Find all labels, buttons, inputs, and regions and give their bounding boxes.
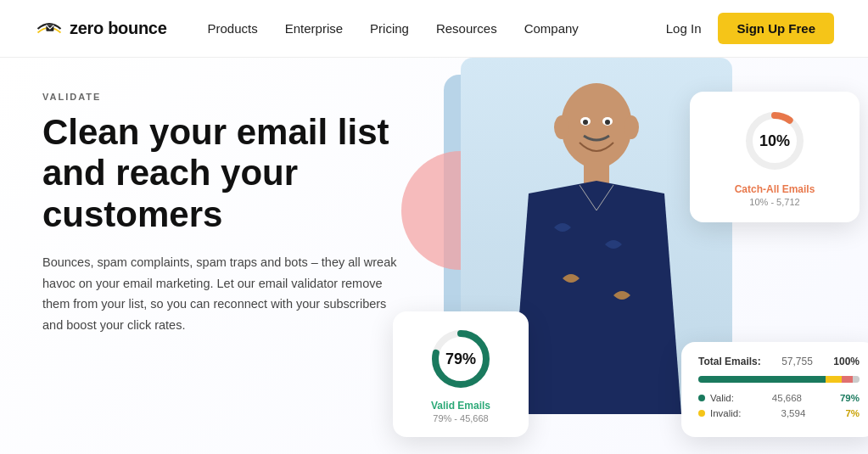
breakdown-total: 57,755 xyxy=(781,356,813,367)
breakdown-card: Total Emails: 57,755 100% Valid: 45,668 … xyxy=(681,342,868,437)
hero-section: VALIDATE Clean your email list and reach… xyxy=(0,58,868,454)
row-valid-pct: 79% xyxy=(840,393,860,403)
catchall-sub: 10% - 5,712 xyxy=(710,197,839,207)
bar-catchall xyxy=(826,376,842,383)
catchall-percent: 10% xyxy=(759,132,790,150)
valid-percent: 79% xyxy=(445,350,476,368)
nav-enterprise[interactable]: Enterprise xyxy=(285,21,343,36)
svg-point-3 xyxy=(624,115,639,139)
catchall-card: 10% Catch-All Emails 10% - 5,712 xyxy=(690,92,860,222)
hero-title: Clean your email list and reach your cus… xyxy=(42,112,407,235)
valid-label: Valid Emails xyxy=(412,400,510,412)
breakdown-row-valid: Valid: 45,668 79% xyxy=(698,393,860,403)
nav-actions: Log In Sign Up Free xyxy=(666,13,834,44)
nav-products[interactable]: Products xyxy=(208,21,258,36)
valid-sub: 79% - 45,668 xyxy=(412,413,510,423)
svg-point-1 xyxy=(561,83,632,168)
dot-invalid xyxy=(698,410,705,417)
signup-button[interactable]: Sign Up Free xyxy=(718,13,834,44)
catchall-label: Catch-All Emails xyxy=(710,183,839,195)
row-invalid-pct: 7% xyxy=(845,408,860,418)
breakdown-header: Total Emails: 57,755 100% xyxy=(698,356,860,367)
breakdown-title: Total Emails: xyxy=(698,356,761,367)
dot-valid xyxy=(698,395,705,401)
breakdown-total-pct: 100% xyxy=(833,356,860,367)
row-invalid-label: Invalid: xyxy=(710,408,741,418)
valid-emails-card: 79% Valid Emails 79% - 45,668 xyxy=(393,311,529,437)
row-invalid-count: 3,594 xyxy=(781,408,806,418)
catchall-donut-chart: 10% xyxy=(741,107,809,175)
nav-links: Products Enterprise Pricing Resources Co… xyxy=(208,21,666,36)
nav-resources[interactable]: Resources xyxy=(436,21,497,36)
logo-icon xyxy=(34,17,64,41)
svg-point-8 xyxy=(605,120,610,125)
row-valid-count: 45,668 xyxy=(772,393,802,403)
nav-company[interactable]: Company xyxy=(524,21,579,36)
nav-pricing[interactable]: Pricing xyxy=(370,21,409,36)
bar-other xyxy=(853,376,860,383)
validate-label: VALIDATE xyxy=(42,92,407,102)
hero-left-content: VALIDATE Clean your email list and reach… xyxy=(0,58,407,454)
breakdown-progress-bar xyxy=(698,376,860,383)
row-valid-label: Valid: xyxy=(710,393,734,403)
hero-right-visual: 10% Catch-All Emails 10% - 5,712 79% Val… xyxy=(376,58,868,454)
navbar: zero bounce Products Enterprise Pricing … xyxy=(0,0,868,58)
login-button[interactable]: Log In xyxy=(666,21,702,36)
hero-description: Bounces, spam complaints, spam traps and… xyxy=(42,252,399,336)
breakdown-row-invalid: Invalid: 3,594 7% xyxy=(698,408,860,418)
logo[interactable]: zero bounce xyxy=(34,17,167,41)
logo-text: zero bounce xyxy=(70,19,167,38)
svg-point-7 xyxy=(583,120,588,125)
svg-point-2 xyxy=(554,115,569,139)
valid-donut-chart: 79% xyxy=(427,325,495,393)
bar-valid xyxy=(698,376,826,383)
bar-invalid xyxy=(842,376,853,383)
